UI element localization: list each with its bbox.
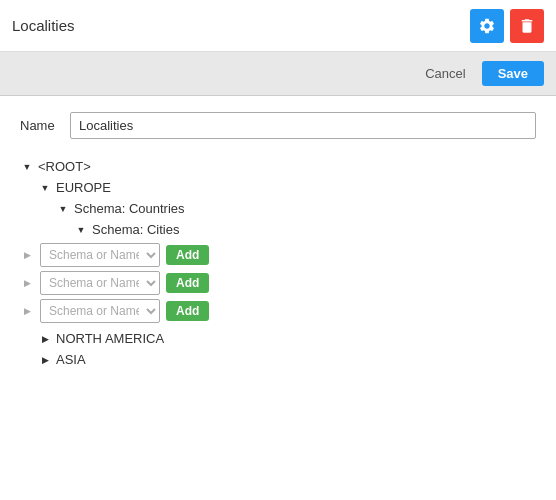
tree-item-asia: ASIA xyxy=(38,350,536,369)
content-area: Name <ROOT> EUROPE Schema: Countries xyxy=(0,96,556,500)
schema-select-1[interactable]: Schema or Name xyxy=(40,243,160,267)
cancel-button[interactable]: Cancel xyxy=(417,62,473,85)
add-button-1[interactable]: Add xyxy=(166,245,209,265)
toggle-asia[interactable] xyxy=(38,353,52,367)
name-input[interactable] xyxy=(70,112,536,139)
toggle-cities[interactable] xyxy=(74,223,88,237)
tree-item-root: <ROOT> xyxy=(20,157,536,176)
tree-item-europe: EUROPE xyxy=(38,178,536,197)
schema-toggle-2 xyxy=(20,276,34,290)
schema-input-row-3: Schema or Name Add xyxy=(20,299,536,323)
toggle-europe[interactable] xyxy=(38,181,52,195)
toolbar: Cancel Save xyxy=(0,52,556,96)
schema-toggle-3 xyxy=(20,304,34,318)
tree-row-countries: Schema: Countries xyxy=(56,199,536,218)
page-title: Localities xyxy=(12,17,75,34)
delete-button[interactable] xyxy=(510,9,544,43)
tree-item-north-america: NORTH AMERICA xyxy=(38,329,536,348)
label-asia: ASIA xyxy=(56,352,86,367)
add-button-2[interactable]: Add xyxy=(166,273,209,293)
add-button-3[interactable]: Add xyxy=(166,301,209,321)
name-row: Name xyxy=(20,112,536,139)
schema-toggle-1 xyxy=(20,248,34,262)
name-label: Name xyxy=(20,118,60,133)
label-countries: Schema: Countries xyxy=(74,201,185,216)
toggle-countries[interactable] xyxy=(56,202,70,216)
label-europe: EUROPE xyxy=(56,180,111,195)
tree-row-root: <ROOT> xyxy=(20,157,536,176)
schema-input-row-1: Schema or Name Add xyxy=(20,243,536,267)
save-button[interactable]: Save xyxy=(482,61,544,86)
schema-input-row-2: Schema or Name Add xyxy=(20,271,536,295)
tree-row-europe: EUROPE xyxy=(38,178,536,197)
settings-button[interactable] xyxy=(470,9,504,43)
tree-item-countries: Schema: Countries xyxy=(56,199,536,218)
tree-row-cities: Schema: Cities xyxy=(74,220,536,239)
tree-row-asia: ASIA xyxy=(38,350,536,369)
schema-select-2[interactable]: Schema or Name xyxy=(40,271,160,295)
label-north-america: NORTH AMERICA xyxy=(56,331,164,346)
label-root: <ROOT> xyxy=(38,159,91,174)
toggle-north-america[interactable] xyxy=(38,332,52,346)
tree-row-north-america: NORTH AMERICA xyxy=(38,329,536,348)
tree-item-cities: Schema: Cities xyxy=(74,220,536,239)
title-bar-actions xyxy=(470,9,544,43)
schema-select-3[interactable]: Schema or Name xyxy=(40,299,160,323)
tree: <ROOT> EUROPE Schema: Countries Schema: … xyxy=(20,157,536,369)
label-cities: Schema: Cities xyxy=(92,222,179,237)
title-bar: Localities xyxy=(0,0,556,52)
toggle-root[interactable] xyxy=(20,160,34,174)
